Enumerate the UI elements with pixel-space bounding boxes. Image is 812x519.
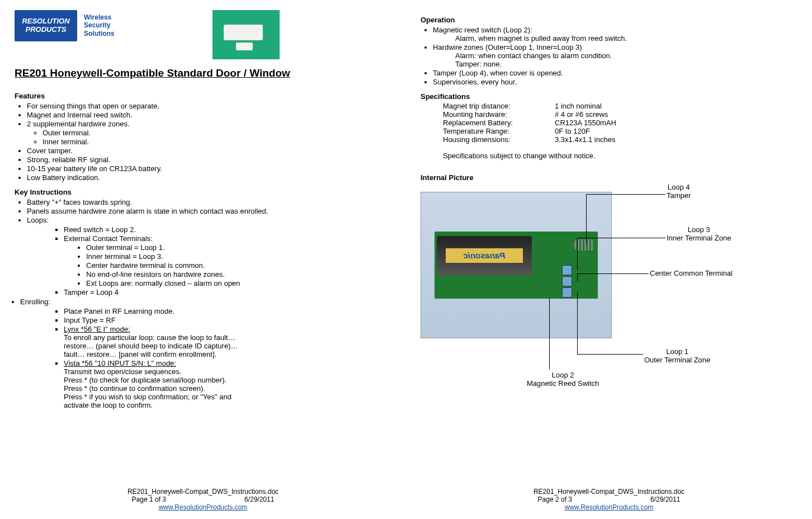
vista-mode-title: Vista *56 "10 INPUT S/N: L" mode: <box>64 359 176 367</box>
footer-url-link[interactable]: www.ResolutionProducts.com <box>159 503 248 511</box>
table-row: Housing dimensions:3.3x1.4x1.1 inches <box>443 135 797 144</box>
list-item: Panels assume hardwire zone alarm is sta… <box>27 207 391 215</box>
footer-page-number: Page 2 of 3 <box>538 496 572 503</box>
list-item: Battery "+" faces towards spring. <box>27 198 391 206</box>
terminal-graphic <box>562 276 572 286</box>
lynx-mode-body: To enroll any particular loop: cause the… <box>64 333 391 358</box>
footer-filename: RE201_Honeywell-Compat_DWS_Instructions.… <box>421 488 797 496</box>
operation-subtext: Alarm: when contact changes to alarm con… <box>455 51 797 60</box>
internal-photo: Panasonic <box>421 192 612 338</box>
specifications-heading: Specifications <box>421 92 797 101</box>
features-heading: Features <box>15 92 391 100</box>
callout-loop1: Loop 1 Outer Terminal Zone <box>644 347 710 364</box>
list-item: Center hardwire terminal is common. <box>86 261 391 270</box>
callout-center: Center Common Terminal <box>650 269 733 277</box>
vista-mode-body: Transmit two open/close sequences. Press… <box>64 367 391 409</box>
enrolling-list: Enrolling: <box>20 297 391 306</box>
list-item: Loops: <box>27 216 391 224</box>
table-row: Mounting hardware:# 4 or #6 screws <box>443 110 797 119</box>
document-spread: RESOLUTION PRODUCTS Wireless Security So… <box>0 0 812 519</box>
page-2: Operation Magnetic reed switch (Loop 2):… <box>406 0 812 519</box>
operation-list: Magnetic reed switch (Loop 2): Alarm, wh… <box>433 25 797 87</box>
terminal-graphic <box>562 287 572 298</box>
table-row: Replacement Battery:CR123A 1550mAH <box>443 119 797 127</box>
page1-header: RESOLUTION PRODUCTS Wireless Security So… <box>15 10 391 59</box>
list-item: For sensing things that open or separate… <box>27 102 391 110</box>
loops-list: Reed switch = Loop 2. External Contact T… <box>64 225 391 297</box>
list-item: Outer terminal. <box>43 129 391 137</box>
spec-note: Specifications subject to change without… <box>443 152 797 160</box>
operation-subtext: Alarm, when magnet is pulled away from r… <box>455 34 797 43</box>
list-item: Enrolling: <box>20 298 391 306</box>
footer-filename: RE201_Honeywell-Compat_DWS_Instructions.… <box>15 488 391 496</box>
list-item: Tamper = Loop 4 <box>64 288 391 296</box>
list-item: Magnet and Internal reed switch. <box>27 111 391 119</box>
company-logo: RESOLUTION PRODUCTS <box>15 10 77 41</box>
document-title: RE201 Honeywell-Compatible Standard Door… <box>15 67 391 79</box>
lynx-mode-title: Lynx *56 "E I" mode: <box>64 325 130 333</box>
page1-footer: RE201_Honeywell-Compat_DWS_Instructions.… <box>15 488 391 511</box>
operation-heading: Operation <box>421 16 797 24</box>
list-item: Inner terminal = Loop 3. <box>86 252 391 261</box>
operation-subtext: Tamper: none. <box>455 60 797 68</box>
enrolling-steps: Place Panel in RF Learning mode. Input T… <box>64 306 391 410</box>
list-item: Reed switch = Loop 2. <box>64 225 391 234</box>
page-1: RESOLUTION PRODUCTS Wireless Security So… <box>0 0 406 519</box>
footer-page-number: Page 1 of 3 <box>132 496 166 503</box>
list-item: Hardwire zones (Outer=Loop 1, Inner=Loop… <box>433 43 797 68</box>
list-item: Outer terminal = Loop 1. <box>86 243 391 252</box>
list-item: 10-15 year battery life on CR123A batter… <box>27 164 391 173</box>
features-list: For sensing things that open or separate… <box>27 101 391 182</box>
tagline-text: Wireless Security Solutions <box>84 13 115 37</box>
list-item: Supervisories, every hour. <box>433 78 797 86</box>
footer-date: 6/29/2011 <box>650 496 680 503</box>
list-item: Place Panel in RF Learning mode. <box>64 307 391 315</box>
internal-picture-heading: Internal Picture <box>421 173 797 182</box>
list-item: Cover tamper. <box>27 147 391 155</box>
list-item: Vista *56 "10 INPUT S/N: L" mode: Transm… <box>64 359 391 409</box>
key-instructions-list: Battery "+" faces towards spring. Panels… <box>27 197 391 225</box>
table-row: Temperature Range:0F to 120F <box>443 127 797 135</box>
list-item: Lynx *56 "E I" mode: To enroll any parti… <box>64 325 391 358</box>
footer-url-link[interactable]: www.ResolutionProducts.com <box>565 503 654 511</box>
footer-date: 6/29/2011 <box>244 496 274 503</box>
callout-loop3: Loop 3 Inner Terminal Zone <box>667 225 731 242</box>
list-item: Magnetic reed switch (Loop 2): Alarm, wh… <box>433 26 797 43</box>
list-item: 2 supplemental hardwire zones. Outer ter… <box>27 120 391 146</box>
list-item: Strong, reliable RF signal. <box>27 155 391 164</box>
list-item: External Contact Terminals: Outer termin… <box>64 234 391 287</box>
page2-footer: RE201_Honeywell-Compat_DWS_Instructions.… <box>421 488 797 511</box>
list-item: Inner terminal. <box>43 138 391 146</box>
product-photo <box>213 10 280 59</box>
list-item: Input Type = RF <box>64 316 391 324</box>
key-instructions-heading: Key Instructions <box>15 188 391 196</box>
list-item: Tamper (Loop 4), when cover is opened. <box>433 69 797 77</box>
specifications-table: Magnet trip distance:1 inch nominal Moun… <box>421 102 797 144</box>
list-item: No end-of-line resistors on hardwire zon… <box>86 270 391 279</box>
logo-text: RESOLUTION PRODUCTS <box>22 17 69 34</box>
internal-picture-diagram: Panasonic Loop 4 Tamper Loop 3 Inner Ter… <box>421 186 778 399</box>
table-row: Magnet trip distance:1 inch nominal <box>443 102 797 110</box>
battery-brand-label: Panasonic <box>446 248 523 263</box>
list-item: Ext Loops are: normally closed – alarm o… <box>86 279 391 287</box>
list-item: Low Battery indication. <box>27 173 391 182</box>
callout-loop2: Loop 2 Magnetic Reed Switch <box>527 371 599 388</box>
terminal-graphic <box>562 265 572 275</box>
callout-loop4: Loop 4 Tamper <box>667 183 691 200</box>
